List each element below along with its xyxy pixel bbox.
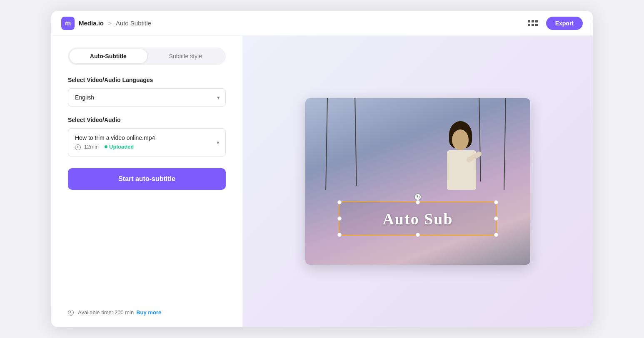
logo-letter: m	[65, 20, 71, 27]
page-title: Auto Subtitle	[116, 20, 151, 27]
grid-icon	[528, 20, 538, 26]
rotate-handle-icon[interactable]: ↻	[414, 193, 422, 201]
tab-subtitle-style[interactable]: Subtitle style	[147, 49, 225, 63]
chain-far-right-icon	[479, 98, 481, 181]
preview-card: ↻ Auto Sub	[305, 98, 530, 265]
preview-image: ↻ Auto Sub	[305, 98, 530, 265]
grid-icon-button[interactable]	[525, 16, 540, 31]
subtitle-text: Auto Sub	[348, 210, 488, 228]
left-panel: Auto-Subtitle Subtitle style Select Vide…	[51, 36, 243, 327]
subtitle-overlay[interactable]: ↻ Auto Sub	[339, 201, 497, 236]
handle-top-right[interactable]	[494, 200, 498, 204]
video-duration: 12min	[84, 144, 99, 150]
video-duration-wrapper: 12min	[75, 144, 99, 150]
logo-icon: m	[61, 17, 75, 30]
language-select-wrapper: English Spanish French German Chinese Ja…	[68, 88, 226, 107]
handle-top-mid[interactable]	[416, 200, 420, 204]
handle-bottom-left[interactable]	[337, 233, 342, 237]
handle-mid-right[interactable]	[494, 216, 498, 221]
clock-icon	[75, 144, 81, 150]
top-bar-left: m Media.io > Auto Subtitle	[61, 17, 151, 30]
export-button[interactable]: Export	[546, 17, 583, 30]
language-section-label: Select Video/Audio Languages	[68, 77, 226, 83]
video-section-label: Select Video/Audio	[68, 117, 226, 123]
language-select[interactable]: English Spanish French German Chinese Ja…	[68, 88, 226, 107]
app-name: Media.io	[79, 20, 104, 27]
top-bar: m Media.io > Auto Subtitle Export	[51, 11, 593, 36]
available-time-clock-icon	[68, 310, 74, 316]
app-window: m Media.io > Auto Subtitle Export Auto-S…	[51, 11, 593, 327]
video-filename: How to trim a video online.mp4	[75, 134, 219, 141]
video-meta: 12min Uploaded	[75, 144, 219, 150]
handle-top-left[interactable]	[337, 200, 342, 204]
person-head	[452, 129, 469, 150]
uploaded-label: Uploaded	[109, 144, 134, 150]
tab-auto-subtitle[interactable]: Auto-Subtitle	[70, 49, 147, 63]
main-content: Auto-Subtitle Subtitle style Select Vide…	[51, 36, 593, 327]
available-time-text: Available time: 200 min	[78, 309, 134, 316]
breadcrumb-separator: >	[108, 20, 112, 27]
top-bar-right: Export	[525, 16, 583, 31]
buy-more-link[interactable]: Buy more	[136, 309, 161, 316]
handle-bottom-right[interactable]	[494, 233, 498, 237]
right-panel: ↻ Auto Sub	[243, 36, 593, 327]
chain-far-left-icon	[504, 98, 506, 190]
handle-mid-left[interactable]	[337, 216, 342, 221]
video-select-box[interactable]: How to trim a video online.mp4 12min Upl…	[68, 128, 226, 157]
start-auto-subtitle-button[interactable]: Start auto-subtitle	[68, 168, 226, 190]
available-time: Available time: 200 min Buy more	[68, 309, 161, 316]
chain-left-icon	[325, 98, 328, 190]
video-select-chevron-icon: ▾	[217, 139, 220, 145]
tab-switcher: Auto-Subtitle Subtitle style	[68, 47, 226, 65]
uploaded-dot-icon	[105, 145, 107, 148]
uploaded-badge: Uploaded	[105, 144, 134, 150]
chain-right-icon	[354, 98, 357, 186]
handle-bottom-mid[interactable]	[416, 233, 420, 237]
